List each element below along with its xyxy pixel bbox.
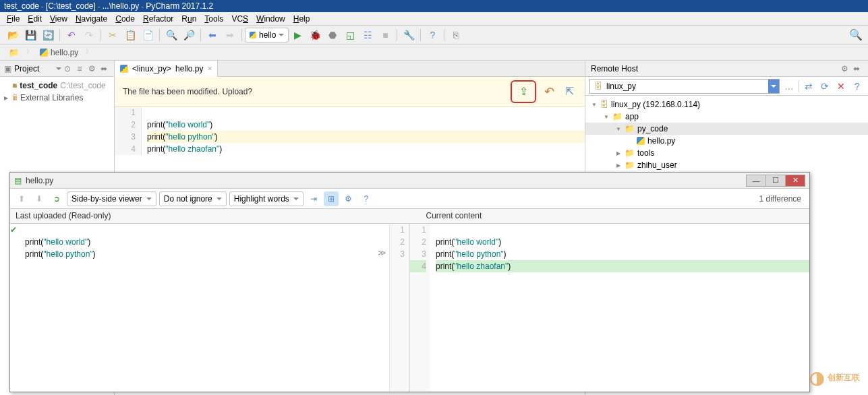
- accept-change-icon[interactable]: ≫: [375, 248, 389, 257]
- diff-dialog-titlebar[interactable]: ▤ hello.py — ☐ ✕: [10, 173, 809, 189]
- cut-icon[interactable]: ✂: [105, 27, 121, 43]
- upload-button-highlighted[interactable]: ⇪: [511, 80, 536, 103]
- menu-vcs[interactable]: VCS: [227, 13, 252, 25]
- merge-icon[interactable]: ⇱: [562, 84, 577, 99]
- server-icon: 🗄: [600, 100, 608, 109]
- menu-code[interactable]: Code: [111, 13, 139, 25]
- gear-icon[interactable]: ⚙: [86, 64, 98, 73]
- diff-right-code[interactable]: print("hello world") print("hello python…: [430, 224, 809, 392]
- diff-right-pane[interactable]: 1234 print("hello world") print("hello p…: [410, 224, 809, 392]
- code-line[interactable]: print("hello python"): [147, 131, 585, 143]
- close-tab-icon[interactable]: ×: [207, 64, 212, 73]
- diff-line: [25, 224, 375, 236]
- remote-server-selector[interactable]: 🗄 linux_py: [589, 79, 780, 94]
- code-line[interactable]: print("hello zhaofan"): [147, 143, 585, 155]
- ssh-icon[interactable]: ⎘: [448, 27, 464, 43]
- collapse-unchanged-icon[interactable]: ⇥: [306, 191, 321, 206]
- maximize-button[interactable]: ☐: [765, 175, 786, 187]
- refresh-icon[interactable]: ⟳: [818, 81, 832, 92]
- debug-icon[interactable]: 🐞: [307, 27, 323, 43]
- highlight-selector[interactable]: Highlight words: [229, 191, 303, 206]
- remote-folder-label: zhihu_user: [637, 160, 677, 170]
- search-everywhere-icon[interactable]: 🔍: [849, 28, 863, 41]
- code-line[interactable]: print("hello world"): [147, 119, 585, 131]
- help-icon[interactable]: ?: [359, 191, 374, 206]
- separator: [444, 29, 444, 41]
- separator: [420, 29, 421, 41]
- coverage-icon[interactable]: ⬣: [324, 27, 341, 43]
- dropdown-icon[interactable]: [768, 80, 779, 93]
- chevron-down-icon[interactable]: [56, 67, 61, 70]
- copy-icon[interactable]: 📋: [122, 27, 138, 43]
- jump-to-source-icon[interactable]: ➲: [49, 191, 64, 206]
- chevron-down-icon: [293, 198, 299, 200]
- paste-icon[interactable]: 📄: [140, 27, 156, 43]
- delete-icon[interactable]: ✕: [834, 81, 848, 92]
- hide-icon[interactable]: ⬌: [850, 64, 863, 73]
- viewer-mode-selector[interactable]: Side-by-side viewer: [67, 191, 156, 206]
- viewer-mode-label: Side-by-side viewer: [71, 194, 142, 204]
- menu-navigate[interactable]: Navigate: [71, 13, 111, 25]
- remote-folder-app[interactable]: ▼📁app: [585, 111, 868, 123]
- scroll-from-source-icon[interactable]: ⊙: [61, 64, 74, 73]
- menu-tools[interactable]: Tools: [200, 13, 227, 25]
- forward-icon[interactable]: ➡: [222, 27, 238, 43]
- concurrency-icon[interactable]: ☷: [359, 27, 376, 43]
- settings-icon[interactable]: 🔧: [401, 27, 417, 43]
- open-icon[interactable]: 📂: [5, 27, 21, 43]
- undo-icon[interactable]: ↶: [63, 27, 80, 43]
- code-lines[interactable]: print("hello world") print("hello python…: [142, 107, 585, 155]
- code-editor[interactable]: 1234 print("hello world") print("hello p…: [115, 107, 585, 155]
- run-icon[interactable]: ▶: [289, 27, 306, 43]
- ignore-selector[interactable]: Do not ignore: [159, 191, 227, 206]
- code-line[interactable]: [147, 107, 585, 119]
- prev-diff-icon[interactable]: ⬆: [14, 191, 29, 206]
- revert-icon[interactable]: ↶: [542, 84, 556, 99]
- diff-line: [436, 224, 809, 236]
- find-icon[interactable]: 🔍: [163, 27, 179, 43]
- watermark: ◑ 创新互联: [809, 367, 860, 388]
- minimize-button[interactable]: —: [746, 175, 766, 187]
- external-libraries-item[interactable]: ▶ ⅲ External Libraries: [0, 92, 114, 104]
- menu-help[interactable]: Help: [289, 13, 314, 25]
- remote-folder-tools[interactable]: ▶📁tools: [585, 147, 868, 159]
- editor-tab[interactable]: <linux_py> hello.py ×: [115, 61, 218, 77]
- next-diff-icon[interactable]: ⬇: [32, 191, 47, 206]
- diff-icon[interactable]: ⇄: [802, 81, 815, 92]
- diff-left-code[interactable]: print("hello world") print("hello python…: [20, 224, 375, 392]
- menu-run[interactable]: Run: [177, 13, 200, 25]
- menu-window[interactable]: Window: [252, 13, 289, 25]
- menu-edit[interactable]: Edit: [24, 13, 46, 25]
- project-label: Project: [14, 64, 56, 73]
- more-icon[interactable]: …: [782, 81, 796, 92]
- close-button[interactable]: ✕: [785, 175, 805, 187]
- stop-icon[interactable]: ■: [377, 27, 393, 43]
- help-icon[interactable]: ?: [850, 81, 864, 92]
- breadcrumb-file[interactable]: hello.py: [35, 46, 83, 59]
- project-root-item[interactable]: ■ test_code C:\test_code: [0, 80, 114, 92]
- remote-folder-zhihu[interactable]: ▶📁zhihu_user: [585, 159, 868, 171]
- redo-icon[interactable]: ↷: [81, 27, 97, 43]
- sync-icon[interactable]: 🔄: [40, 27, 56, 43]
- back-icon[interactable]: ⬅: [204, 27, 221, 43]
- gear-icon[interactable]: ⚙: [838, 64, 850, 73]
- remote-folder-pycode[interactable]: ▼📁py_code: [585, 123, 868, 135]
- collapse-all-icon[interactable]: ≡: [74, 64, 86, 73]
- menu-refactor[interactable]: Refactor: [139, 13, 177, 25]
- remote-file-hello[interactable]: hello.py: [585, 135, 868, 147]
- expand-icon[interactable]: ▶: [3, 95, 9, 101]
- breadcrumb-root[interactable]: 📁: [4, 46, 24, 59]
- hide-icon[interactable]: ⬌: [98, 64, 110, 73]
- profile-icon[interactable]: ◱: [342, 27, 358, 43]
- save-icon[interactable]: 💾: [22, 27, 38, 43]
- menu-file[interactable]: FFileile: [3, 13, 24, 25]
- replace-icon[interactable]: 🔎: [181, 27, 197, 43]
- remote-root-item[interactable]: ▼🗄linux_py (192.168.0.114): [585, 98, 868, 111]
- sync-scroll-icon[interactable]: ⊞: [324, 191, 339, 206]
- diff-left-pane[interactable]: ✔ print("hello world") print("hello pyth…: [10, 224, 410, 392]
- toolwindow-row: ▣ Project ⊙ ≡ ⚙ ⬌ <linux_py> hello.py × …: [0, 61, 868, 77]
- settings-icon[interactable]: ⚙: [341, 191, 356, 206]
- run-config-selector[interactable]: hello: [245, 28, 289, 42]
- menu-view[interactable]: View: [46, 13, 71, 25]
- help-icon[interactable]: ?: [424, 27, 440, 43]
